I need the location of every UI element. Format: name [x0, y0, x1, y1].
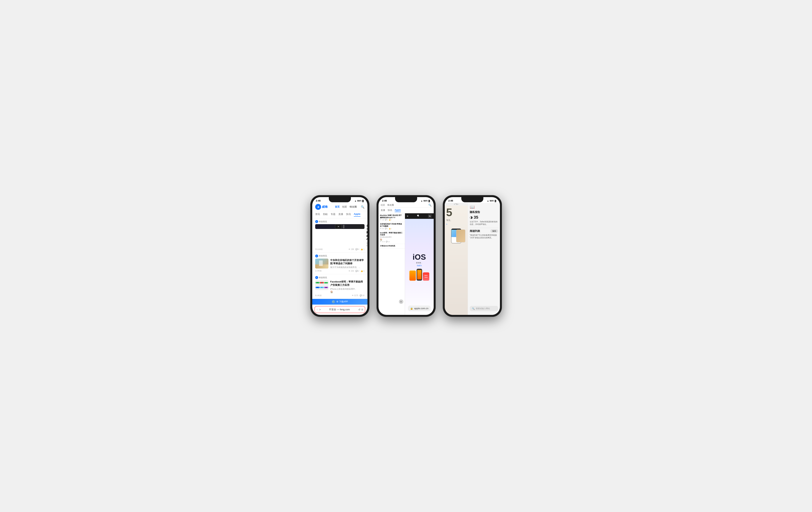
svg-text:科: 科 [316, 277, 317, 278]
tab-live-2[interactable]: 直播 [381, 209, 385, 212]
privacy-count-icon: ◑ [470, 215, 473, 219]
wf-nav: 首页 社区 锋友圈 🔍 [335, 205, 365, 209]
download-text: ⚙ 下载APP [336, 300, 348, 303]
home-icon-mini: 🏠 [380, 238, 382, 240]
nav-arrows: < > [317, 308, 321, 311]
mini-article-2[interactable]: 北非地区的首个开发者 苹果选在了利雅得 👁 254 💬 2 👍 1 [378, 222, 405, 231]
article-2-time: 1小时前 [315, 269, 322, 272]
ios-focus-text: 专注。 [446, 219, 466, 222]
article-1-stats: 👁 196 💬 4 👍 1 [348, 248, 364, 250]
article-1-category: 科 科技简讯 [315, 220, 365, 223]
wifi-icon-2: WiFi [424, 200, 428, 202]
phone3-left: <广告> 5 专注。 > [445, 203, 468, 315]
privacy-count-row: ◑ 35 [470, 215, 498, 220]
tab-live[interactable]: 直播 [338, 212, 343, 217]
phone2-apple-page: ≡ 🛍 iOS 更有聊， 先睹为 [405, 213, 434, 315]
article-3[interactable]: 科 科技简讯 ✉ 📹 W ✈ ✈ ◉ [312, 274, 368, 299]
article-2-thumb [315, 259, 328, 268]
edit-button[interactable]: 编辑 [490, 229, 498, 232]
article-1-footer: 31分钟前 👁 196 💬 4 👍 1 [315, 248, 365, 251]
mini-article-3-stats: 👁 3175 💬 16 [380, 241, 403, 243]
article-1-thumb [315, 224, 365, 229]
article-2[interactable]: 科 科技简讯 中东和北非地区的首个开发者学院 苹果选在了利雅得 致力于为有抱负的… [312, 253, 368, 275]
mini-article-3-desc: 排名前20的应用中、 [380, 236, 403, 238]
phone-3: 2:46 ▲ WiFi ▓ <广告> 5 专注。 > [443, 195, 502, 317]
tab-flash-2[interactable]: 快讯 [388, 209, 392, 212]
article-2-stats: 👁 254 💬 2 👍 1 [348, 270, 364, 272]
mini-likes-1: 👍 1 [389, 219, 392, 221]
phone2-nav-bar: 社区 锋友圈 🔍 [378, 203, 434, 207]
ios-text: iOS [412, 253, 426, 261]
category-text-3: 科技简讯 [319, 276, 327, 279]
mini-article-1-stats: 👁 196 💬 4 👍 1 [380, 219, 403, 221]
address-bar: < > 不安全 — feng.com ↺ ⎘ [315, 306, 365, 313]
safari-address-bar[interactable]: 🔒 apple.com.cn [408, 306, 431, 311]
mini-article-2-stats: 👁 254 💬 2 👍 1 [380, 228, 403, 229]
status-icons-2: ▲ WiFi ▓ [420, 200, 430, 202]
apple-ios-content: iOS 更有聊， 先睹为 NewYork [405, 219, 434, 315]
signal-icon-2: ▲ [420, 200, 423, 202]
ios-tagline: 更有聊， [416, 262, 423, 264]
article-1-info: 名为"Blackb0x"的新工具出现 用于越狱较旧的Apple TV 适用于第三… [366, 224, 368, 247]
mini-article-4[interactable]: 计将在2023年发布其 [378, 244, 405, 249]
back-arrow[interactable]: < [317, 308, 318, 311]
bag-icon[interactable]: 🛍 [428, 214, 432, 218]
article-2-desc: 致力于为有抱负的女性程序员、... [330, 266, 365, 268]
lock-icon: 🔒 [410, 307, 413, 310]
mini-article-3[interactable]: book研究：苹果不鼓励 装第三方应用 排名前20的应用中、 🏠 👁 3175 … [378, 231, 405, 244]
article-2-footer: 1小时前 👁 254 💬 2 👍 1 [315, 269, 365, 272]
nav-item-home[interactable]: 首页 [335, 205, 340, 208]
phone-1: 2:46 ▲ WiFi ▓ 威 威锋 [311, 195, 369, 317]
nav-community[interactable]: 社区 [381, 203, 385, 207]
address-text[interactable]: 不安全 — feng.com [322, 308, 357, 311]
mini-views-3: 👁 3175 [380, 241, 385, 243]
article-2-body: 中东和北非地区的首个开发者学院 苹果选在了利雅得 致力于为有抱负的女性程序员、.… [315, 259, 365, 269]
safari-search-bar[interactable]: 🔍 搜索或输入网站 [470, 306, 498, 311]
download-banner[interactable]: ⚙️ ⚙ 下载APP [312, 299, 368, 305]
article-1-body: 名为"Blackb0x"的新工具出现 用于越狱较旧的Apple TV 适用于第三… [315, 224, 365, 247]
mini-article-1-title: Blackb0x"的新工具出现 用于越狱较旧的Apple TV [380, 215, 403, 219]
nav-item-community[interactable]: 社区 [342, 205, 347, 208]
category-icon-1: 科 [315, 220, 318, 223]
signal-icon-3: ▲ [487, 200, 489, 202]
forward-arrow[interactable]: > [319, 308, 321, 311]
ios-link-arrow[interactable]: > [446, 223, 466, 225]
mini-comments-3: 💬 16 [386, 241, 390, 243]
battery-icon-2: ▓ [428, 200, 430, 202]
wf-header: 威 威锋 首页 社区 锋友圈 🔍 [312, 203, 368, 211]
svg-text:科: 科 [316, 256, 317, 257]
nav-item-friends[interactable]: 锋友圈 [350, 205, 357, 208]
copy-icon[interactable]: ⎘ [361, 308, 363, 311]
hamburger-icon[interactable]: ≡ [407, 215, 408, 218]
mini-article-1[interactable]: Blackb0x"的新工具出现 用于越狱较旧的Apple TV 👁 196 💬 … [378, 213, 405, 222]
privacy-desc: 过去7天中，Safari浏览器剖析您的信息，并对的IP地址。 [470, 221, 498, 226]
battery-icon-1: ▓ [362, 200, 364, 202]
phone3-content: <广告> 5 专注。 > [445, 203, 500, 315]
ios-preview-link[interactable]: 先睹为 [417, 264, 422, 267]
tab-flash[interactable]: 快讯 [346, 212, 351, 217]
tab-apple-2[interactable]: Apple [395, 209, 401, 212]
scroll-chevron-2[interactable]: ∧ [399, 300, 403, 304]
article-1-desc: 适用于第三代和第四代Apple TV。 [366, 241, 368, 247]
search-icon-2[interactable]: 🔍 [428, 203, 432, 207]
status-icons-1: ▲ WiFi ▓ [354, 200, 364, 202]
article-3-title: Facebook研究：苹果不鼓励用户安装第三方应用 [330, 280, 365, 287]
tab-apple[interactable]: Apple [354, 212, 360, 217]
article-1[interactable]: 科 科技简讯 名为"Blackb0x"的新工具出现 用于越狱较旧的Apple [312, 218, 368, 253]
article-3-category: 科 科技简讯 [315, 276, 365, 279]
search-icon[interactable]: 🔍 [361, 205, 365, 209]
phone2-article-list: Blackb0x"的新工具出现 用于越狱较旧的Apple TV 👁 196 💬 … [378, 213, 405, 315]
wf-logo-icon: 威 [315, 204, 321, 210]
tab-hot[interactable]: 热帖 [323, 212, 328, 217]
reload-icon[interactable]: ↺ [358, 308, 360, 311]
tab-special[interactable]: 专题 [331, 212, 336, 217]
ad-label: <广告> [445, 203, 468, 205]
address-icons: ↺ ⎘ [358, 308, 363, 311]
search-icon-3: 🔍 [472, 307, 475, 310]
category-icon-3: 科 [315, 276, 318, 279]
nav-friends[interactable]: 锋友圈 [387, 203, 394, 207]
article-3-thumb: ✉ 📹 W ✈ ✈ ◉ [315, 280, 328, 290]
tab-news[interactable]: 资讯 [315, 212, 320, 217]
privacy-count-num: 35 [474, 215, 478, 220]
svg-text:威: 威 [317, 206, 319, 208]
